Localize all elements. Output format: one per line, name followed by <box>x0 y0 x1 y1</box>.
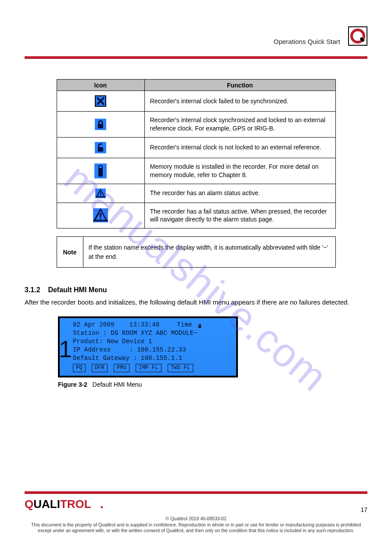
svg-rect-14 <box>100 192 101 195</box>
page-footer: QUALITROL 17 © Qualitrol 2018 40-08533-0… <box>25 491 367 534</box>
lcd-station-value: DG ROOM XYZ ABC MODULE~ <box>111 330 198 337</box>
svg-point-5 <box>99 100 102 102</box>
table-row: Memory module is installed in the record… <box>57 158 335 184</box>
figure-caption-text: Default HMI Menu <box>93 381 142 388</box>
lcd-marker-1: 1 <box>59 333 72 365</box>
lcd-button-pq[interactable]: PQ <box>73 364 86 372</box>
lcd-product-label: Product: <box>73 338 103 345</box>
lcd-button-dfr[interactable]: DFR <box>92 364 108 372</box>
table-row: Recorder's internal clock failed to be s… <box>57 91 335 112</box>
lock-closed-icon <box>198 323 202 327</box>
lcd-row-gateway: Default Gateway : 100.155.1.1 <box>73 354 232 363</box>
table-cell-desc: The recorder has an alarm status active. <box>144 184 335 203</box>
section-number: 3.1.2 <box>25 286 40 294</box>
warning-small-icon <box>95 189 106 198</box>
lcd-ip-label: IP Address <box>73 346 111 353</box>
lock-closed-icon <box>95 119 106 130</box>
footer-rule <box>25 491 367 494</box>
section-heading: 3.1.2 Default HMI Menu <box>25 286 367 294</box>
table-cell-desc: Recorder's internal clock synchronized a… <box>144 112 335 138</box>
table-cell-desc: Memory module is installed in the record… <box>144 158 335 184</box>
lcd-time-label: Time <box>177 321 192 329</box>
note-text: If the station name exceeds the display … <box>83 237 335 268</box>
svg-rect-17 <box>100 213 101 217</box>
table-row: Recorder's internal clock is not locked … <box>57 137 335 158</box>
footer-legal-line2: This document is the property of Qualitr… <box>25 522 367 534</box>
table-row: Recorder's internal clock synchronized a… <box>57 112 335 138</box>
section-paragraph: After the recorder boots and initializes… <box>25 297 367 307</box>
lcd-station-label: Station : <box>73 330 107 337</box>
lock-open-icon <box>95 142 106 153</box>
table-cell-desc: Recorder's internal clock failed to be s… <box>144 91 335 112</box>
svg-rect-19 <box>198 326 201 328</box>
table-row: The recorder has a fail status active. W… <box>57 203 335 229</box>
section-title: Default HMI Menu <box>48 286 107 294</box>
lcd-gateway-label: Default Gateway : <box>73 355 137 362</box>
warning-large-icon <box>93 208 108 222</box>
page-number: 17 <box>360 506 367 513</box>
lcd-button-twsfl[interactable]: TWS FL <box>168 364 193 372</box>
lcd-button-row: PQ DFR PMU IMP FL TWS FL <box>73 364 232 372</box>
note-label: Note <box>57 237 83 268</box>
svg-rect-9 <box>98 147 103 152</box>
lcd-time: 13:33:48 <box>129 321 173 329</box>
table-cell-desc: Recorder's internal clock is not locked … <box>144 137 335 158</box>
brand-logo: QUALITROL <box>25 497 108 513</box>
svg-rect-7 <box>98 124 103 128</box>
lcd-screenshot: 1 02 Apr 2009 13:33:48 Time Station : <box>58 316 238 377</box>
lcd-button-impfl[interactable]: IMP FL <box>136 364 161 372</box>
page-header: Operations Quick Start <box>25 21 367 56</box>
svg-point-21 <box>101 506 103 508</box>
table-col-icon: Icon <box>57 80 144 91</box>
header-doc-title: Operations Quick Start <box>273 38 340 45</box>
footer-legal: © Qualitrol 2018 40-08533-02 This docume… <box>25 516 367 534</box>
lcd-row-product: Product: New Device 1 <box>73 337 232 346</box>
lcd-row-datetime: 02 Apr 2009 13:33:48 Time <box>73 321 232 329</box>
svg-rect-12 <box>99 166 102 168</box>
svg-rect-15 <box>100 195 101 196</box>
svg-rect-18 <box>100 218 101 219</box>
lcd-product-value: New Device 1 <box>107 338 152 345</box>
memory-module-icon <box>94 163 107 178</box>
brand-mark-small <box>348 26 367 46</box>
table-row: The recorder has an alarm status active. <box>57 184 335 203</box>
sync-disabled-icon <box>95 95 106 107</box>
figure-caption-label: Figure 3-2 <box>58 381 87 388</box>
lcd-row-ip: IP Address : 100.155.22.33 <box>73 346 232 354</box>
lcd-gateway-value: 100.155.1.1 <box>141 355 183 362</box>
note-box: Note If the station name exceeds the dis… <box>57 236 336 268</box>
table-col-function: Function <box>144 80 335 91</box>
lcd-button-pmu[interactable]: PMU <box>114 364 129 372</box>
icon-function-table: Icon Function Recorder's internal <box>57 79 336 229</box>
lcd-date: 02 Apr 2009 <box>73 321 126 329</box>
footer-legal-line1: © Qualitrol 2018 40-08533-02 <box>25 516 367 522</box>
svg-text:QUALITROL: QUALITROL <box>25 497 91 511</box>
table-cell-desc: The recorder has a fail status active. W… <box>144 203 335 229</box>
lcd-row-station: Station : DG ROOM XYZ ABC MODULE~ <box>73 329 232 337</box>
lcd-ip-value: 100.155.22.33 <box>137 346 186 353</box>
figure-caption: Figure 3-2 Default HMI Menu <box>58 381 367 388</box>
